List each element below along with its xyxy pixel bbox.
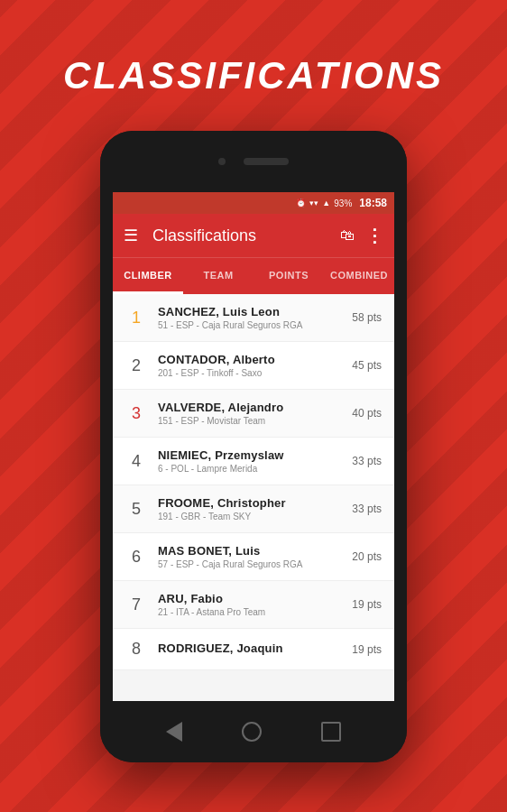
phone-top-bezel: [100, 131, 407, 192]
rider-pts-6: 20 pts: [352, 550, 382, 563]
rider-name-3: VALVERDE, Alejandro: [158, 401, 352, 414]
tab-team[interactable]: TEAM: [183, 258, 254, 294]
rider-detail-6: 57 - ESP - Caja Rural Seguros RGA: [158, 559, 352, 569]
app-bar-actions: 🛍 ⋮: [340, 225, 383, 246]
rank-2: 2: [125, 356, 147, 375]
rank-6: 6: [125, 548, 147, 567]
bag-icon[interactable]: 🛍: [340, 227, 355, 244]
status-bar: ⏰ ▾▾ ▲ 93% 18:58: [113, 192, 394, 214]
rider-detail-3: 151 - ESP - Movistar Team: [158, 416, 352, 426]
rider-pts-4: 33 pts: [352, 455, 382, 467]
rider-info-1: SANCHEZ, Luis Leon 51 - ESP - Caja Rural…: [158, 305, 352, 330]
nav-home-button[interactable]: [242, 722, 262, 742]
wifi-icon: ▾▾: [309, 198, 318, 208]
rider-detail-2: 201 - ESP - Tinkoff - Saxo: [158, 368, 352, 378]
more-icon[interactable]: ⋮: [365, 225, 383, 246]
phone-camera: [218, 158, 226, 165]
tabs-bar: CLIMBER TEAM POINTS COMBINED: [113, 257, 394, 294]
rider-info-4: NIEMIEC, Przemyslaw 6 - POL - Lampre Mer…: [158, 448, 352, 474]
rider-detail-4: 6 - POL - Lampre Merida: [158, 464, 352, 474]
rider-name-2: CONTADOR, Alberto: [158, 353, 352, 366]
rank-3: 3: [125, 404, 147, 423]
list-item[interactable]: 3 VALVERDE, Alejandro 151 - ESP - Movist…: [113, 390, 394, 438]
list-item[interactable]: 7 ARU, Fabio 21 - ITA - Astana Pro Team …: [113, 581, 394, 629]
rider-pts-3: 40 pts: [352, 407, 382, 420]
rank-1: 1: [125, 309, 147, 328]
tab-climber[interactable]: CLIMBER: [113, 258, 183, 294]
rider-info-2: CONTADOR, Alberto 201 - ESP - Tinkoff - …: [158, 353, 352, 378]
phone-device: ⏰ ▾▾ ▲ 93% 18:58 ☰ Classifications 🛍 ⋮ C…: [100, 131, 407, 762]
rider-info-8: RODRIGUEZ, Joaquin: [158, 641, 352, 657]
rank-5: 5: [125, 500, 147, 519]
list-item[interactable]: 2 CONTADOR, Alberto 201 - ESP - Tinkoff …: [113, 342, 394, 390]
app-bar: ☰ Classifications 🛍 ⋮: [113, 214, 394, 257]
rider-detail-7: 21 - ITA - Astana Pro Team: [158, 607, 352, 617]
rank-7: 7: [125, 595, 147, 614]
tab-points[interactable]: POINTS: [254, 258, 324, 294]
tab-combined[interactable]: COMBINED: [324, 258, 394, 294]
rider-detail-1: 51 - ESP - Caja Rural Seguros RGA: [158, 320, 352, 330]
rider-info-6: MAS BONET, Luis 57 - ESP - Caja Rural Se…: [158, 544, 352, 569]
rider-name-6: MAS BONET, Luis: [158, 544, 352, 558]
rider-info-5: FROOME, Christopher 191 - GBR - Team SKY: [158, 496, 352, 521]
rider-pts-7: 19 pts: [352, 598, 382, 611]
menu-icon[interactable]: ☰: [124, 226, 138, 245]
list-item[interactable]: 4 NIEMIEC, Przemyslaw 6 - POL - Lampre M…: [113, 438, 394, 485]
rider-pts-5: 33 pts: [352, 503, 382, 515]
page-title: CLASSIFICATIONS: [0, 54, 507, 97]
status-icons: ⏰ ▾▾ ▲ 93% 18:58: [296, 197, 387, 209]
rider-name-8: RODRIGUEZ, Joaquin: [158, 641, 352, 655]
rider-pts-8: 19 pts: [352, 643, 382, 656]
battery-level: 93%: [334, 198, 352, 208]
list-item[interactable]: 5 FROOME, Christopher 191 - GBR - Team S…: [113, 485, 394, 533]
clock: 18:58: [359, 197, 387, 209]
app-bar-title: Classifications: [152, 226, 340, 245]
phone-speaker: [244, 158, 289, 165]
phone-bottom-nav: [100, 701, 407, 762]
list-item[interactable]: 6 MAS BONET, Luis 57 - ESP - Caja Rural …: [113, 533, 394, 581]
signal-icon: ▲: [322, 198, 330, 208]
rider-name-5: FROOME, Christopher: [158, 496, 352, 510]
rank-8: 8: [125, 640, 147, 659]
rider-pts-1: 58 pts: [352, 311, 382, 324]
rider-list: 1 SANCHEZ, Luis Leon 51 - ESP - Caja Rur…: [113, 294, 394, 670]
rider-info-3: VALVERDE, Alejandro 151 - ESP - Movistar…: [158, 401, 352, 426]
list-item[interactable]: 1 SANCHEZ, Luis Leon 51 - ESP - Caja Rur…: [113, 294, 394, 342]
alarm-icon: ⏰: [296, 198, 306, 208]
rider-name-1: SANCHEZ, Luis Leon: [158, 305, 352, 318]
rider-name-4: NIEMIEC, Przemyslaw: [158, 448, 352, 462]
rider-detail-5: 191 - GBR - Team SKY: [158, 512, 352, 521]
phone-screen: ⏰ ▾▾ ▲ 93% 18:58 ☰ Classifications 🛍 ⋮ C…: [113, 192, 394, 701]
rider-name-7: ARU, Fabio: [158, 592, 352, 605]
rank-4: 4: [125, 452, 147, 471]
rider-pts-2: 45 pts: [352, 359, 382, 372]
nav-back-button[interactable]: [166, 722, 182, 742]
rider-info-7: ARU, Fabio 21 - ITA - Astana Pro Team: [158, 592, 352, 617]
list-item[interactable]: 8 RODRIGUEZ, Joaquin 19 pts: [113, 629, 394, 670]
nav-recents-button[interactable]: [321, 722, 341, 742]
